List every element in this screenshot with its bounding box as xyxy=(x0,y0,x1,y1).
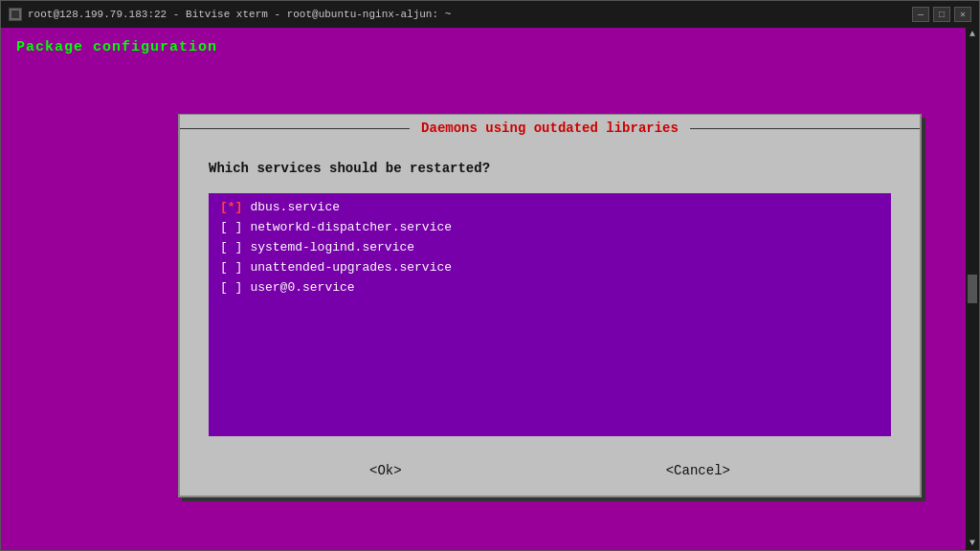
dialog-question: Which services should be restarted? xyxy=(209,161,891,176)
service-list: [*] dbus.service [ ] networkd-dispatcher… xyxy=(209,193,891,436)
list-item[interactable]: [ ] systemd-logind.service xyxy=(209,237,891,257)
close-button[interactable]: ✕ xyxy=(954,7,971,22)
window-title: root@128.199.79.183:22 - Bitvise xterm -… xyxy=(28,9,451,20)
list-item[interactable]: [ ] unattended-upgrades.service xyxy=(209,257,891,277)
app-icon xyxy=(9,8,22,21)
service-label-dbus: dbus.service xyxy=(250,200,340,214)
checkbox-networkd[interactable]: [ ] xyxy=(220,220,242,234)
scrollbar[interactable]: ▲ ▼ xyxy=(966,28,979,550)
service-label-user0: user@0.service xyxy=(250,280,354,295)
dialog-buttons: <Ok> <Cancel> xyxy=(180,446,920,496)
dialog-box: Daemons using outdated libraries Which s… xyxy=(178,114,922,497)
checkbox-dbus[interactable]: [*] xyxy=(220,200,242,214)
dialog-content: Which services should be restarted? [*] … xyxy=(180,142,920,446)
dialog-titlebar: Daemons using outdated libraries xyxy=(180,115,920,142)
dialog-title: Daemons using outdated libraries xyxy=(410,121,690,136)
window: root@128.199.79.183:22 - Bitvise xterm -… xyxy=(0,0,980,551)
scroll-up-arrow[interactable]: ▲ xyxy=(969,30,975,39)
service-label-logind: systemd-logind.service xyxy=(250,240,414,254)
minimize-button[interactable]: — xyxy=(912,7,929,22)
service-label-networkd: networkd-dispatcher.service xyxy=(250,220,452,234)
scrollbar-thumb[interactable] xyxy=(968,275,977,303)
scroll-down-arrow[interactable]: ▼ xyxy=(969,539,975,548)
checkbox-unattended[interactable]: [ ] xyxy=(220,260,242,275)
list-item[interactable]: [ ] user@0.service xyxy=(209,277,891,298)
list-item[interactable]: [ ] networkd-dispatcher.service xyxy=(209,217,891,237)
window-controls: — □ ✕ xyxy=(912,7,971,22)
titlebar: root@128.199.79.183:22 - Bitvise xterm -… xyxy=(1,1,979,28)
package-config-header: Package configuration xyxy=(16,39,217,55)
terminal-area: Package configuration Daemons using outd… xyxy=(1,28,979,550)
list-item[interactable]: [*] dbus.service xyxy=(209,197,891,217)
checkbox-logind[interactable]: [ ] xyxy=(220,240,242,254)
checkbox-user0[interactable]: [ ] xyxy=(220,280,242,295)
maximize-button[interactable]: □ xyxy=(933,7,950,22)
service-label-unattended: unattended-upgrades.service xyxy=(250,260,452,275)
svg-rect-1 xyxy=(11,11,19,18)
ok-button[interactable]: <Ok> xyxy=(362,461,410,480)
titlebar-left: root@128.199.79.183:22 - Bitvise xterm -… xyxy=(9,8,451,21)
cancel-button[interactable]: <Cancel> xyxy=(658,461,738,480)
